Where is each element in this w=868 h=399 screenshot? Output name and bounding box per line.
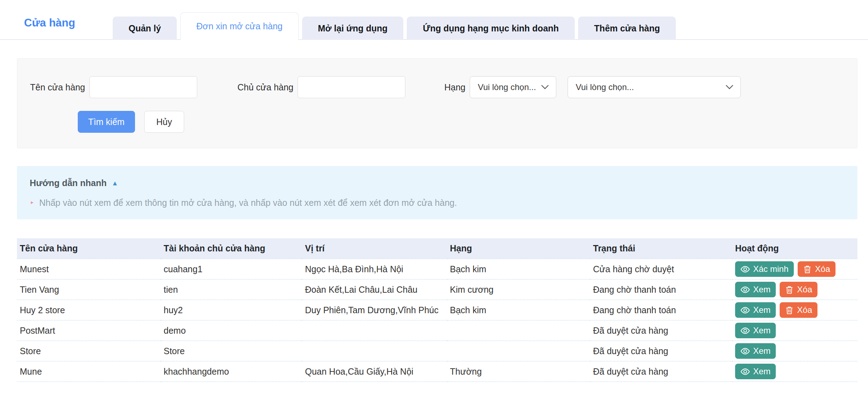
rank-field: Hạng Vui lòng chọn... Vui lòng chọn... bbox=[444, 76, 741, 98]
cell-store-name: Tien Vang bbox=[17, 279, 161, 300]
quick-guide-item: ‣ Nhấp vào nút xem để xem thông tin mở c… bbox=[30, 198, 847, 208]
trash-icon bbox=[785, 306, 794, 315]
owner-input[interactable] bbox=[298, 76, 405, 98]
store-table-header: Tên cửa hàng Tài khoản chủ cửa hàng Vị t… bbox=[17, 238, 857, 259]
store-name-field: Tên cửa hàng bbox=[30, 76, 197, 98]
cell-location: Duy Phiên,Tam Dương,Vĩnh Phúc bbox=[302, 300, 447, 320]
eye-icon bbox=[740, 326, 750, 335]
delete-button[interactable]: Xóa bbox=[780, 282, 817, 297]
store-table-body: Munestcuahang1Ngọc Hà,Ba Đình,Hà NộiBạch… bbox=[17, 259, 857, 382]
cell-rank: Bạch kim bbox=[447, 300, 590, 320]
cell-status: Đang chờ thanh toán bbox=[590, 279, 732, 300]
status-select[interactable]: Vui lòng chọn... bbox=[568, 76, 741, 98]
view-button[interactable]: Xem bbox=[735, 343, 776, 359]
cell-owner-account: khachhangdemo bbox=[161, 361, 302, 382]
cell-rank: Thường bbox=[447, 361, 590, 382]
tab-ung-dung-hang-muc-kinh-doanh[interactable]: Ứng dụng hạng mục kinh doanh bbox=[407, 17, 575, 40]
cell-rank bbox=[447, 341, 590, 361]
cell-location bbox=[302, 341, 447, 361]
quick-guide-box: Hướng dẫn nhanh ▲ ‣ Nhấp vào nút xem để … bbox=[17, 166, 857, 219]
cell-store-name: Munest bbox=[17, 259, 161, 279]
header-actions: Hoạt động bbox=[732, 238, 857, 259]
header-store-name: Tên cửa hàng bbox=[17, 238, 161, 259]
cell-store-name: Store bbox=[17, 341, 161, 361]
delete-button[interactable]: Xóa bbox=[780, 302, 817, 318]
cell-owner-account: cuahang1 bbox=[161, 259, 302, 279]
status-select-value: Vui lòng chọn... bbox=[576, 82, 634, 92]
tab-mo-lai-ung-dung[interactable]: Mở lại ứng dụng bbox=[302, 17, 404, 40]
eye-icon bbox=[740, 264, 750, 274]
cell-location: Ngọc Hà,Ba Đình,Hà Nội bbox=[302, 259, 447, 279]
cell-owner-account: Store bbox=[161, 341, 302, 361]
cell-status: Cửa hàng chờ duyệt bbox=[590, 259, 732, 279]
table-row: Huy 2 storehuy2Duy Phiên,Tam Dương,Vĩnh … bbox=[17, 300, 857, 320]
table-row: Munestcuahang1Ngọc Hà,Ba Đình,Hà NộiBạch… bbox=[17, 259, 857, 279]
cell-location: Đoàn Kết,Lai Châu,Lai Châu bbox=[302, 279, 447, 300]
table-row: PostMartdemoĐã duyệt cửa hàngXem bbox=[17, 320, 857, 341]
eye-icon bbox=[740, 305, 750, 315]
cell-rank: Bạch kim bbox=[447, 259, 590, 279]
tab-them-cua-hang[interactable]: Thêm cửa hàng bbox=[578, 17, 676, 40]
table-row: Tien VangtienĐoàn Kết,Lai Châu,Lai ChâuK… bbox=[17, 279, 857, 300]
tabs: Quản lý Đơn xin mở cửa hàng Mở lại ứng d… bbox=[113, 12, 680, 39]
cancel-button[interactable]: Hủy bbox=[144, 111, 184, 133]
search-form-row: Tên cửa hàng Chủ cửa hàng Hạng Vui lòng … bbox=[30, 76, 857, 98]
cell-status: Đã duyệt cửa hàng bbox=[590, 320, 732, 341]
search-buttons-row: Tìm kiếm Hủy bbox=[78, 111, 857, 133]
store-name-input[interactable] bbox=[89, 76, 197, 98]
cell-store-name: Mune bbox=[17, 361, 161, 382]
header-location: Vị trí bbox=[302, 238, 447, 259]
search-button[interactable]: Tìm kiếm bbox=[78, 111, 135, 133]
eye-icon bbox=[740, 285, 750, 294]
cell-owner-account: demo bbox=[161, 320, 302, 341]
cell-status: Đang chờ thanh toán bbox=[590, 300, 732, 320]
owner-label: Chủ cửa hàng bbox=[237, 82, 294, 93]
bullet-icon: ‣ bbox=[30, 199, 34, 207]
tab-bar: Cửa hàng Quản lý Đơn xin mở cửa hàng Mở … bbox=[0, 0, 868, 40]
view-button[interactable]: Xác minh bbox=[735, 261, 794, 277]
header-status: Trạng thái bbox=[590, 238, 732, 259]
view-button[interactable]: Xem bbox=[735, 323, 776, 338]
cell-store-name: PostMart bbox=[17, 320, 161, 341]
tab-don-xin-mo-cua-hang[interactable]: Đơn xin mở cửa hàng bbox=[180, 12, 298, 40]
quick-guide-title-row: Hướng dẫn nhanh ▲ bbox=[30, 178, 847, 188]
cell-actions: Xem bbox=[732, 341, 857, 361]
delete-button[interactable]: Xóa bbox=[798, 261, 835, 277]
owner-field: Chủ cửa hàng bbox=[237, 76, 406, 98]
cell-rank bbox=[447, 320, 590, 341]
cell-actions: Xem bbox=[732, 361, 857, 382]
trash-icon bbox=[785, 285, 794, 294]
search-panel: Tên cửa hàng Chủ cửa hàng Hạng Vui lòng … bbox=[17, 58, 857, 148]
cell-rank: Kim cương bbox=[447, 279, 590, 300]
eye-icon bbox=[740, 367, 750, 376]
collapse-triangle-icon[interactable]: ▲ bbox=[112, 179, 118, 187]
rank-select[interactable]: Vui lòng chọn... bbox=[470, 76, 556, 98]
rank-label: Hạng bbox=[444, 82, 465, 93]
cell-actions: XemXóa bbox=[732, 300, 857, 320]
rank-select-value: Vui lòng chọn... bbox=[478, 82, 536, 92]
store-name-label: Tên cửa hàng bbox=[30, 82, 85, 93]
cell-actions: Xem bbox=[732, 320, 857, 341]
cell-location: Quan Hoa,Cầu Giấy,Hà Nội bbox=[302, 361, 447, 382]
header-rank: Hạng bbox=[447, 238, 590, 259]
trash-icon bbox=[803, 265, 812, 274]
cell-actions: Xác minhXóa bbox=[732, 259, 857, 279]
page-title: Cửa hàng bbox=[24, 17, 75, 29]
view-button[interactable]: Xem bbox=[735, 302, 776, 318]
tab-quan-ly[interactable]: Quản lý bbox=[113, 17, 177, 40]
cell-store-name: Huy 2 store bbox=[17, 300, 161, 320]
table-row: MunekhachhangdemoQuan Hoa,Cầu Giấy,Hà Nộ… bbox=[17, 361, 857, 382]
store-table: Tên cửa hàng Tài khoản chủ cửa hàng Vị t… bbox=[17, 238, 857, 382]
cell-owner-account: huy2 bbox=[161, 300, 302, 320]
eye-icon bbox=[740, 346, 750, 356]
view-button[interactable]: Xem bbox=[735, 364, 776, 379]
cell-owner-account: tien bbox=[161, 279, 302, 300]
view-button[interactable]: Xem bbox=[735, 282, 776, 297]
chevron-down-icon bbox=[726, 85, 733, 90]
quick-guide-text: Nhấp vào nút xem để xem thông tin mở cửa… bbox=[39, 198, 457, 208]
header-owner-account: Tài khoản chủ cửa hàng bbox=[161, 238, 302, 259]
table-row: StoreStoreĐã duyệt cửa hàngXem bbox=[17, 341, 857, 361]
cell-status: Đã duyệt cửa hàng bbox=[590, 361, 732, 382]
cell-location bbox=[302, 320, 447, 341]
quick-guide-title: Hướng dẫn nhanh bbox=[30, 178, 107, 188]
